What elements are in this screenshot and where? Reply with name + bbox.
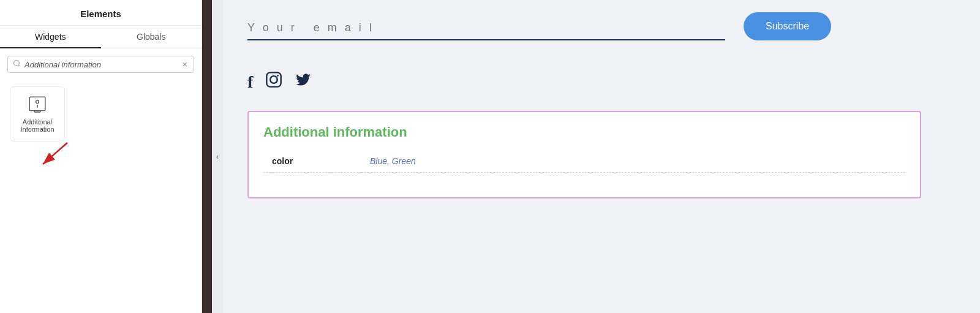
tab-widgets[interactable]: Widgets xyxy=(0,26,101,48)
dark-sidebar-divider xyxy=(202,0,212,313)
search-clear-button[interactable]: × xyxy=(181,59,189,69)
svg-point-0 xyxy=(14,61,20,66)
svg-line-1 xyxy=(18,65,20,66)
svg-rect-8 xyxy=(267,72,281,86)
annotation-arrow xyxy=(31,140,202,173)
subscribe-button[interactable]: Subscribe xyxy=(744,12,831,40)
search-bar: × xyxy=(7,56,194,73)
widgets-grid: Additional Information xyxy=(0,79,202,149)
svg-point-9 xyxy=(270,76,277,83)
instagram-icon[interactable] xyxy=(265,71,282,92)
elements-panel: Elements Widgets Globals × Additional In xyxy=(0,0,202,313)
email-input-wrap xyxy=(247,17,725,40)
search-input[interactable] xyxy=(24,60,181,69)
facebook-icon[interactable]: f xyxy=(247,72,253,92)
svg-point-3 xyxy=(36,100,39,104)
widget-additional-information[interactable]: Additional Information xyxy=(10,86,65,141)
additional-info-section: Additional information color Blue, Green xyxy=(247,111,921,198)
info-widget-icon xyxy=(28,95,47,115)
table-row-empty xyxy=(263,173,905,186)
email-input[interactable] xyxy=(247,17,725,40)
tab-globals[interactable]: Globals xyxy=(101,26,202,48)
info-value: Blue, Green xyxy=(361,150,905,173)
search-icon xyxy=(13,59,21,69)
collapse-handle[interactable]: ‹ xyxy=(212,0,223,313)
subscribe-section: Subscribe xyxy=(247,12,956,53)
panel-title: Elements xyxy=(0,0,202,26)
twitter-icon[interactable] xyxy=(295,71,312,92)
svg-rect-5 xyxy=(34,111,40,112)
table-row: color Blue, Green xyxy=(263,150,905,173)
svg-point-10 xyxy=(277,75,279,77)
info-label: color xyxy=(263,150,361,173)
svg-rect-2 xyxy=(29,97,45,110)
svg-line-7 xyxy=(43,143,67,164)
additional-info-title: Additional information xyxy=(263,124,905,140)
widget-label: Additional Information xyxy=(10,118,64,133)
tabs-row: Widgets Globals xyxy=(0,26,202,48)
info-table: color Blue, Green xyxy=(263,150,905,185)
social-icons-row: f xyxy=(247,71,956,92)
chevron-left-icon: ‹ xyxy=(216,153,219,161)
main-content: Subscribe f Additional information color… xyxy=(223,0,980,313)
